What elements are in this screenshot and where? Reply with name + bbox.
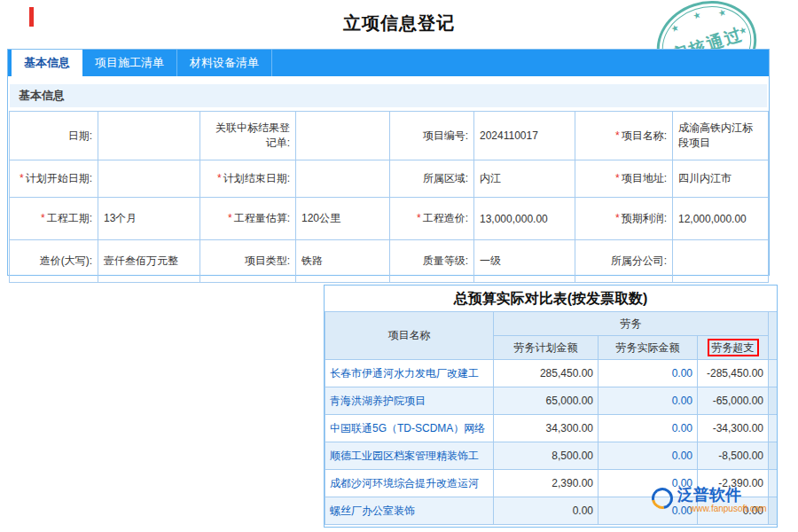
field-label-text: 项目编号: (423, 129, 468, 142)
field-label-text: 计划开始日期: (26, 172, 92, 184)
project-number-label: 项目编号: (390, 112, 474, 160)
project-name-link[interactable]: 青海洪湖养护院项目 (325, 387, 494, 415)
project-name-link[interactable]: 螺丝厂办公室装饰 (325, 497, 494, 525)
project-number-field[interactable]: 2024110017 (474, 112, 575, 160)
tab-material-equipment-list[interactable]: 材料设备清单 (177, 50, 272, 76)
project-type-field[interactable]: 铁路 (296, 240, 390, 283)
labor-actual-amount[interactable]: 0.00 (598, 387, 698, 415)
project-name-link[interactable]: 成都沙河环境综合提升改造运河 (325, 470, 494, 497)
required-asterisk: * (615, 129, 620, 142)
project-cost-field[interactable]: 13,000,000.00 (474, 198, 575, 240)
labor-actual-amount[interactable]: 0.00 (598, 415, 698, 442)
column-header-labor-plan: 劳务计划金额 (494, 336, 598, 360)
quality-grade-label: 质量等级: (390, 240, 474, 283)
table-row: 中国联通5G（TD-SCDMA）网络 34,300.00 0.00 -34,30… (325, 415, 778, 442)
column-header-labor-actual: 劳务实际金额 (598, 336, 698, 360)
logo-website: www.fanpusoft.com (677, 504, 767, 514)
field-label-text: 项目名称: (622, 129, 667, 142)
tab-basic-info[interactable]: 基本信息 (12, 50, 82, 76)
table-row: 长春市伊通河水力发电厂改建工 285,450.00 0.00 -285,450.… (325, 360, 778, 387)
duration-label: *工程工期: (10, 198, 98, 240)
table-row: 青海洪湖养护院项目 65,000.00 0.00 -65,000.00 (325, 387, 778, 415)
cost-in-words-label: 造价(大写): (10, 240, 98, 283)
field-label-text: 工程工期: (47, 212, 92, 224)
field-label-text: 质量等级: (423, 254, 468, 267)
field-label-text: 项目地址: (622, 172, 667, 184)
labor-overspend-amount: -34,300.00 (698, 415, 769, 442)
required-asterisk: * (20, 172, 24, 184)
quantity-estimate-field[interactable]: 120公里 (296, 198, 390, 240)
fanpu-logo-icon (647, 483, 677, 512)
region-field[interactable]: 内江 (474, 160, 575, 198)
plan-end-date-field[interactable] (296, 160, 390, 198)
fanpu-logo: 泛普软件 www.fanpusoft.com (652, 486, 767, 514)
project-name-label: *项目名称: (575, 112, 673, 160)
field-label-text: 日期: (68, 129, 92, 142)
labor-overspend-amount: -65,000.00 (698, 387, 769, 415)
table-scroll-strip[interactable] (769, 360, 778, 387)
branch-company-label: 所属分公司: (575, 240, 673, 283)
form-row: *工程工期: 13个月 *工程量估算: 120公里 *工程造价: 13,000,… (10, 198, 769, 240)
table-scroll-strip[interactable] (769, 497, 778, 525)
project-address-label: *项目地址: (575, 160, 673, 198)
required-asterisk: * (228, 212, 232, 224)
project-cost-label: *工程造价: (390, 198, 474, 240)
comparison-table-title: 总预算实际对比表(按发票取数) (325, 286, 777, 311)
table-scroll-strip[interactable] (769, 387, 778, 415)
column-group-header-labor: 劳务 (494, 312, 769, 336)
table-scroll-strip[interactable] (769, 415, 778, 442)
form-row: 造价(大写): 壹仟叁佰万元整 项目类型: 铁路 质量等级: 一级 所属分公司: (10, 240, 769, 283)
table-row: 顺德工业园区档案管理精装饰工 8,500.00 0.00 -8,500.00 (325, 442, 778, 470)
project-name-link[interactable]: 顺德工业园区档案管理精装饰工 (325, 442, 494, 470)
labor-plan-amount: 285,450.00 (494, 360, 598, 387)
project-address-field[interactable]: 四川内江市 (673, 160, 769, 198)
required-asterisk: * (41, 212, 45, 224)
project-name-field[interactable]: 成渝高铁内江标段项目 (673, 112, 769, 160)
labor-overspend-amount: -8,500.00 (698, 442, 769, 470)
related-bid-result-label: 关联中标结果登记单: (200, 112, 296, 160)
field-label-text: 项目类型: (245, 254, 290, 267)
labor-overspend-amount: -285,450.00 (698, 360, 769, 387)
expected-profit-label: *预期利润: (575, 198, 673, 240)
field-label-text: 所属分公司: (611, 254, 667, 267)
field-label-text: 所属区域: (423, 172, 468, 184)
expected-profit-field[interactable]: 12,000,000.00 (673, 198, 769, 240)
logo-name: 泛普软件 (677, 486, 767, 504)
plan-end-date-label: *计划结束日期: (200, 160, 296, 198)
date-field[interactable] (98, 112, 200, 160)
column-header-labor-overspend: 劳务超支 (698, 336, 769, 360)
project-info-panel: 基本信息 项目施工清单 材料设备清单 基本信息 日期: 关联中标结果登记单: 项… (7, 49, 770, 276)
related-bid-result-field[interactable] (296, 112, 390, 160)
required-asterisk: * (615, 212, 620, 224)
labor-actual-amount[interactable]: 0.00 (598, 442, 698, 470)
duration-field[interactable]: 13个月 (98, 198, 200, 240)
project-name-link[interactable]: 中国联通5G（TD-SCDMA）网络 (325, 415, 494, 442)
field-label-text: 关联中标结果登记单: (215, 121, 290, 149)
project-name-link[interactable]: 长春市伊通河水力发电厂改建工 (325, 360, 494, 387)
labor-plan-amount: 34,300.00 (494, 415, 598, 442)
table-scroll-strip[interactable] (769, 470, 778, 497)
column-header-project-name: 项目名称 (325, 312, 494, 360)
tab-bar: 基本信息 项目施工清单 材料设备清单 (8, 50, 769, 76)
quantity-estimate-label: *工程量估算: (200, 198, 296, 240)
table-scroll-strip[interactable] (769, 442, 778, 470)
table-scroll-strip[interactable] (769, 312, 778, 360)
quality-grade-field[interactable]: 一级 (474, 240, 575, 283)
branch-company-field[interactable] (673, 240, 769, 283)
plan-start-date-field[interactable] (98, 160, 200, 198)
required-asterisk: * (615, 172, 620, 184)
labor-plan-amount: 2,390.00 (494, 470, 598, 497)
field-label-text: 工程造价: (423, 212, 468, 224)
form-row: *计划开始日期: *计划结束日期: 所属区域: 内江 *项目地址: 四川内江市 (10, 160, 769, 198)
required-asterisk: * (217, 172, 222, 184)
labor-plan-amount: 65,000.00 (494, 387, 598, 415)
field-label-text: 工程量估算: (234, 212, 290, 224)
cost-in-words-field[interactable]: 壹仟叁佰万元整 (98, 240, 200, 283)
basic-info-form: 日期: 关联中标结果登记单: 项目编号: 2024110017 *项目名称: 成… (9, 111, 769, 283)
highlight-red-box: 劳务超支 (708, 339, 759, 356)
field-label-text: 计划结束日期: (223, 172, 290, 184)
labor-plan-amount: 8,500.00 (494, 442, 598, 470)
labor-plan-amount: 0.00 (494, 497, 598, 525)
labor-actual-amount[interactable]: 0.00 (598, 360, 698, 387)
tab-construction-list[interactable]: 项目施工清单 (82, 50, 177, 76)
